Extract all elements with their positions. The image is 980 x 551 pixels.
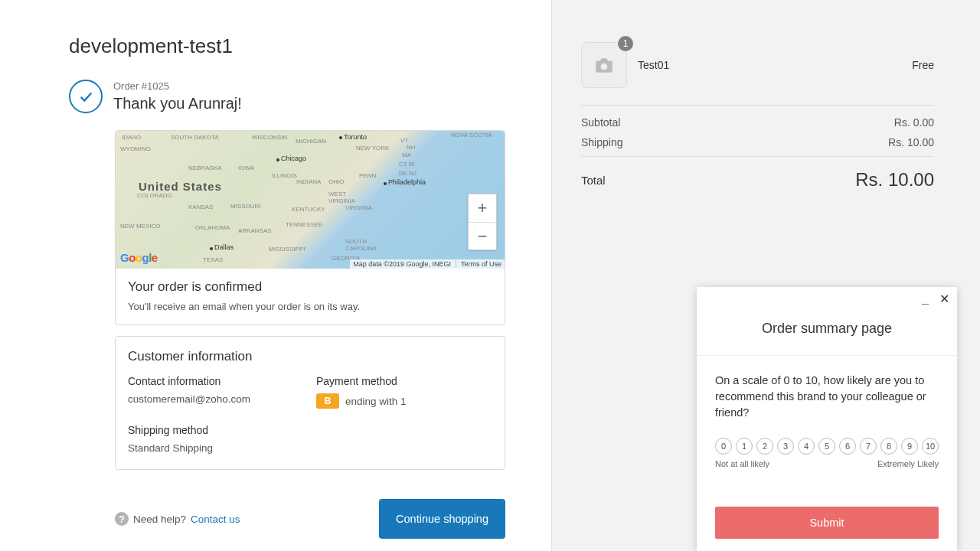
map-state-label: VT <box>400 137 408 144</box>
submit-button[interactable]: Submit <box>715 507 939 539</box>
nps-option-0[interactable]: 0 <box>715 438 732 455</box>
map-state-label: MISSOURI <box>230 203 261 210</box>
map-state-label: TENNESSEE <box>286 221 322 228</box>
survey-title: Order summary page <box>697 305 957 355</box>
map-state-label: WISCONSIN <box>252 134 287 141</box>
map-city-label: Dallas <box>214 243 234 251</box>
total-label: Total <box>581 174 606 187</box>
cart-line-item: 1 Test01 Free <box>581 42 934 88</box>
nps-option-4[interactable]: 4 <box>798 438 815 455</box>
map-state-label: VIRGINIA <box>345 204 372 211</box>
map-attribution: Map data ©2019 Google, INEGI Terms of Us… <box>350 259 505 269</box>
map-state-label: CT RI <box>399 161 415 168</box>
camera-icon <box>594 57 614 73</box>
map-state-label: ILLINOIS <box>272 172 297 179</box>
nps-option-10[interactable]: 10 <box>922 438 939 455</box>
map-city-label: Philadelphia <box>388 178 426 186</box>
payment-value: ending with 1 <box>345 396 407 407</box>
customer-info-card: Customer information Contact information… <box>115 336 505 470</box>
help-text: Need help? <box>133 514 186 525</box>
nps-option-1[interactable]: 1 <box>736 438 753 455</box>
check-icon <box>69 80 103 113</box>
map-state-label: DE NJ <box>399 170 416 177</box>
zoom-out-button[interactable]: − <box>469 222 496 249</box>
close-icon[interactable]: ✕ <box>939 293 949 305</box>
shipping-value: Standard Shipping <box>128 442 304 454</box>
continue-shopping-button[interactable]: Continue shopping <box>379 499 505 539</box>
survey-widget: _ ✕ Order summary page On a scale of 0 t… <box>697 287 957 551</box>
nps-option-8[interactable]: 8 <box>880 438 897 455</box>
google-logo: Google <box>120 251 158 264</box>
map-state-label: NH <box>407 144 416 151</box>
nps-low-label: Not at all likely <box>715 459 769 468</box>
map-state-label: INDIANA <box>296 178 321 185</box>
map-city-label: Chicago <box>281 155 306 162</box>
map-state-label: KANSAS <box>188 204 213 210</box>
payment-card-icon: B <box>316 393 339 409</box>
shipping-label: Shipping method <box>128 424 304 436</box>
map-state-label: COLORADO <box>137 192 172 199</box>
map-state-label: KENTUCKY <box>292 206 325 213</box>
survey-question: On a scale of 0 to 10, how likely are yo… <box>715 373 939 421</box>
customer-info-title: Customer information <box>116 337 505 372</box>
contact-label: Contact information <box>128 375 304 387</box>
store-name: development-test1 <box>69 34 505 58</box>
map-state-label: MICHIGAN <box>296 138 326 145</box>
map-state-label: MISSISSIPPI <box>269 246 305 253</box>
thank-you-heading: Thank you Arunraj! <box>113 95 242 112</box>
map-state-label: SOUTHCAROLINA <box>345 238 377 252</box>
confirmed-title: Your order is confirmed <box>128 279 492 295</box>
nps-option-2[interactable]: 2 <box>756 438 773 455</box>
map-zoom-control: + − <box>468 194 497 250</box>
product-name: Test01 <box>638 59 912 71</box>
confirmation-card: United States IDAHO SOUTH DAKOTA WISCONS… <box>115 130 505 325</box>
nps-option-9[interactable]: 9 <box>901 438 918 455</box>
total-value: Rs. 10.00 <box>855 169 934 191</box>
zoom-in-button[interactable]: + <box>469 194 496 222</box>
confirmed-subtext: You'll receive an email when your order … <box>128 301 492 312</box>
map-state-label: OKLAHOMA <box>195 224 230 231</box>
product-price: Free <box>912 59 934 71</box>
nps-option-5[interactable]: 5 <box>818 438 835 455</box>
minimize-icon[interactable]: _ <box>922 293 929 305</box>
map-state-label: WYOMING <box>120 145 151 152</box>
map-state-label: NEW MEXICO <box>120 223 160 230</box>
map-state-label: OHIO <box>328 178 344 185</box>
map-state-label: NOVA SCOTIA <box>451 132 492 139</box>
map-state-label: IDAHO <box>122 134 141 141</box>
map-country-label: United States <box>139 180 222 193</box>
order-map[interactable]: United States IDAHO SOUTH DAKOTA WISCONS… <box>116 131 505 269</box>
subtotal-label: Subtotal <box>581 116 620 129</box>
map-state-label: ARKANSAS <box>238 227 272 234</box>
map-state-label: TEXAS <box>203 256 223 263</box>
contact-us-link[interactable]: Contact us <box>191 514 240 525</box>
map-terms-link[interactable]: Terms of Use <box>456 260 501 268</box>
nps-option-7[interactable]: 7 <box>860 438 877 455</box>
divider <box>581 156 934 157</box>
order-number: Order #1025 <box>113 80 242 92</box>
divider <box>581 105 934 106</box>
shipping-cost-value: Rs. 10.00 <box>888 136 934 148</box>
payment-label: Payment method <box>316 375 492 387</box>
map-state-label: SOUTH DAKOTA <box>171 134 219 141</box>
map-state-label: PENN <box>359 172 376 179</box>
map-state-label: NEW YORK <box>356 145 389 152</box>
nps-option-3[interactable]: 3 <box>777 438 794 455</box>
map-state-label: MA <box>402 152 411 158</box>
nps-high-label: Extremely Likely <box>877 459 939 468</box>
map-city-label: Toronto <box>344 133 367 141</box>
nps-scale: 0 1 2 3 4 5 6 7 8 9 10 <box>715 438 939 455</box>
map-state-label: WESTVIRGINIA <box>328 191 355 204</box>
nps-option-6[interactable]: 6 <box>839 438 856 455</box>
help-icon: ? <box>115 512 129 526</box>
shipping-cost-label: Shipping <box>581 136 623 148</box>
subtotal-value: Rs. 0.00 <box>894 116 934 129</box>
contact-value: customeremail@zoho.com <box>128 393 304 405</box>
quantity-badge: 1 <box>618 36 633 51</box>
map-state-label: IOWA <box>238 165 254 171</box>
map-state-label: NEBRASKA <box>188 165 222 171</box>
